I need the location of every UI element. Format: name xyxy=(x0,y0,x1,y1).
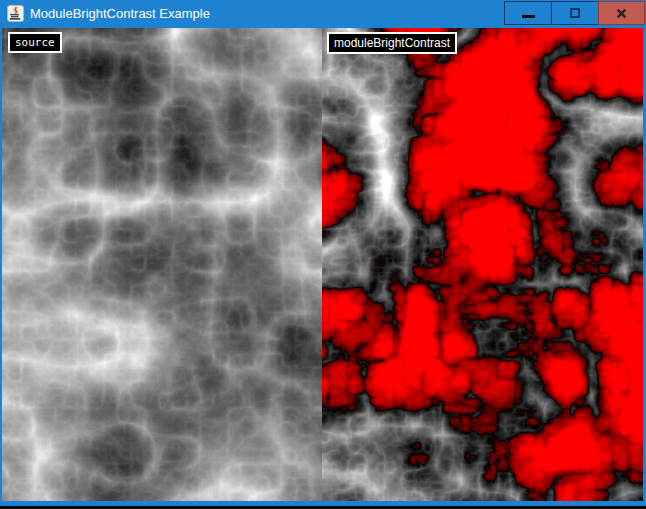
titlebar[interactable]: ModuleBrightContrast Example xyxy=(0,0,646,28)
source-image xyxy=(2,28,322,501)
java-coffee-icon xyxy=(7,5,24,22)
source-image-panel: source xyxy=(2,28,322,501)
image-area: source moduleBrightContrast xyxy=(2,28,643,501)
window-controls xyxy=(504,1,645,25)
app-window: ModuleBrightContrast Example source modu… xyxy=(0,0,646,506)
maximize-button[interactable] xyxy=(551,1,598,25)
module-bright-contrast-label: moduleBrightContrast xyxy=(327,32,457,54)
window-title: ModuleBrightContrast Example xyxy=(30,0,210,28)
source-label: source xyxy=(8,32,62,53)
minimize-button[interactable] xyxy=(504,1,551,25)
minimize-icon xyxy=(522,15,535,18)
maximize-icon xyxy=(570,8,580,18)
close-icon xyxy=(616,8,627,19)
module-bright-contrast-panel: moduleBrightContrast xyxy=(322,28,643,501)
module-bright-contrast-image xyxy=(322,28,643,501)
close-button[interactable] xyxy=(598,1,645,25)
